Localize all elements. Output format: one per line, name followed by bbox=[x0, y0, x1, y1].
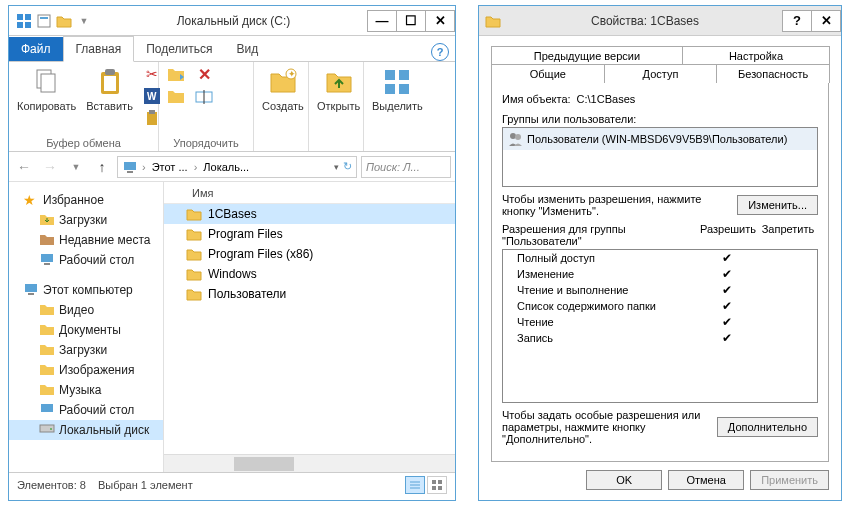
column-header-name[interactable]: Имя bbox=[164, 182, 455, 204]
delete-button[interactable]: ✕ bbox=[193, 64, 215, 84]
list-item[interactable]: Windows bbox=[164, 264, 455, 284]
breadcrumb[interactable]: › Этот ... › Локаль... ▾ ↻ bbox=[117, 156, 357, 178]
icons-view-button[interactable] bbox=[427, 476, 447, 494]
close-button[interactable]: ✕ bbox=[811, 10, 841, 32]
tab-security[interactable]: Безопасность bbox=[716, 64, 830, 83]
properties-dialog: Свойства: 1CBases ? ✕ Предыдущие версии … bbox=[478, 5, 842, 501]
apply-button[interactable]: Применить bbox=[750, 470, 829, 490]
details-view-button[interactable] bbox=[405, 476, 425, 494]
horizontal-scrollbar[interactable] bbox=[164, 454, 455, 472]
svg-text:✦: ✦ bbox=[288, 69, 296, 79]
svg-rect-23 bbox=[124, 162, 136, 170]
object-name-label: Имя объекта: bbox=[502, 93, 571, 105]
svg-rect-26 bbox=[44, 263, 50, 265]
advanced-hint: Чтобы задать особые разрешения или парам… bbox=[502, 409, 709, 445]
deny-header: Запретить bbox=[758, 223, 818, 247]
properties-icon[interactable] bbox=[35, 12, 53, 30]
tab-view[interactable]: Вид bbox=[224, 37, 270, 61]
nav-video[interactable]: Видео bbox=[9, 300, 163, 320]
list-item[interactable]: Program Files bbox=[164, 224, 455, 244]
help-icon[interactable]: ? bbox=[431, 43, 449, 61]
group-item[interactable]: Пользователи (WIN-MBSD6V9V5B9\Пользовате… bbox=[503, 128, 817, 150]
paste-button[interactable]: Вставить bbox=[84, 64, 135, 114]
checkmark-icon: ✔ bbox=[722, 283, 732, 297]
nav-recent[interactable]: Недавние места bbox=[9, 230, 163, 250]
checkmark-icon: ✔ bbox=[722, 315, 732, 329]
svg-rect-29 bbox=[41, 404, 53, 412]
rename-button[interactable] bbox=[193, 86, 215, 106]
svg-rect-3 bbox=[25, 22, 31, 28]
list-item[interactable]: Program Files (x86) bbox=[164, 244, 455, 264]
nav-desktop[interactable]: Рабочий стол bbox=[9, 250, 163, 270]
help-button[interactable]: ? bbox=[782, 10, 812, 32]
nav-music[interactable]: Музыка bbox=[9, 380, 163, 400]
chevron-down-icon[interactable]: ▼ bbox=[75, 12, 93, 30]
minimize-button[interactable]: — bbox=[367, 10, 397, 32]
nav-favorites[interactable]: ★ Избранное bbox=[9, 190, 163, 210]
desktop-icon bbox=[39, 402, 55, 418]
svg-rect-2 bbox=[17, 22, 23, 28]
edit-hint: Чтобы изменить разрешения, нажмите кнопк… bbox=[502, 193, 729, 217]
tab-sharing[interactable]: Доступ bbox=[604, 64, 718, 83]
back-button[interactable]: ← bbox=[13, 156, 35, 178]
refresh-icon[interactable]: ↻ bbox=[343, 160, 352, 173]
list-item[interactable]: 1CBases bbox=[164, 204, 455, 224]
search-input[interactable]: Поиск: Л... bbox=[361, 156, 451, 178]
tab-previous-versions[interactable]: Предыдущие версии bbox=[491, 46, 683, 65]
perm-row: Изменение✔ bbox=[503, 266, 817, 282]
copy-button[interactable]: Копировать bbox=[15, 64, 78, 114]
svg-point-40 bbox=[515, 134, 521, 140]
open-button[interactable]: Открыть bbox=[315, 64, 362, 114]
up-button[interactable]: ↑ bbox=[91, 156, 113, 178]
nav-this-pc[interactable]: Этот компьютер bbox=[9, 280, 163, 300]
close-button[interactable]: ✕ bbox=[425, 10, 455, 32]
history-dropdown[interactable]: ▼ bbox=[65, 156, 87, 178]
nav-localdisk[interactable]: Локальный диск bbox=[9, 420, 163, 440]
copy-to-button[interactable] bbox=[165, 86, 187, 106]
svg-rect-9 bbox=[104, 76, 116, 91]
tab-share[interactable]: Поделиться bbox=[134, 37, 224, 61]
copy-icon bbox=[31, 66, 63, 98]
forward-button[interactable]: → bbox=[39, 156, 61, 178]
svg-rect-35 bbox=[432, 480, 436, 484]
edit-button[interactable]: Изменить... bbox=[737, 195, 818, 215]
nav-downloads[interactable]: Загрузки bbox=[9, 210, 163, 230]
nav-desktop2[interactable]: Рабочий стол bbox=[9, 400, 163, 420]
svg-rect-20 bbox=[399, 70, 409, 80]
tab-home[interactable]: Главная bbox=[63, 36, 135, 62]
pc-icon bbox=[122, 160, 138, 174]
new-folder-icon: ✦ bbox=[267, 66, 299, 98]
cancel-button[interactable]: Отмена bbox=[668, 470, 744, 490]
checkmark-icon: ✔ bbox=[722, 251, 732, 265]
svg-rect-30 bbox=[40, 425, 54, 432]
advanced-button[interactable]: Дополнительно bbox=[717, 417, 818, 437]
file-list: Имя 1CBases Program Files Program Files … bbox=[164, 182, 455, 472]
tab-customize[interactable]: Настройка bbox=[682, 46, 830, 65]
move-to-button[interactable] bbox=[165, 64, 187, 84]
clipboard-icon bbox=[145, 110, 159, 126]
window-title: Локальный диск (C:) bbox=[99, 14, 368, 28]
ok-button[interactable]: OK bbox=[586, 470, 662, 490]
tab-file[interactable]: Файл bbox=[9, 37, 63, 61]
svg-rect-28 bbox=[28, 293, 34, 295]
nav-documents[interactable]: Документы bbox=[9, 320, 163, 340]
svg-rect-24 bbox=[127, 171, 133, 173]
select-button[interactable]: Выделить bbox=[370, 64, 425, 114]
delete-icon: ✕ bbox=[198, 65, 211, 84]
svg-point-39 bbox=[510, 133, 516, 139]
folder-icon[interactable] bbox=[55, 12, 73, 30]
new-folder-button[interactable]: ✦ Создать bbox=[260, 64, 306, 114]
maximize-button[interactable]: ☐ bbox=[396, 10, 426, 32]
tab-general[interactable]: Общие bbox=[491, 64, 605, 83]
svg-rect-21 bbox=[385, 84, 395, 94]
status-item-count: Элементов: 8 bbox=[17, 479, 86, 491]
list-item[interactable]: Пользователи bbox=[164, 284, 455, 304]
paste-icon bbox=[94, 66, 126, 98]
nav-pictures[interactable]: Изображения bbox=[9, 360, 163, 380]
dropdown-icon[interactable]: ▾ bbox=[334, 162, 339, 172]
groups-listbox[interactable]: Пользователи (WIN-MBSD6V9V5B9\Пользовате… bbox=[502, 127, 818, 187]
svg-rect-22 bbox=[399, 84, 409, 94]
clipboard-group-label: Буфер обмена bbox=[15, 135, 152, 149]
nav-downloads2[interactable]: Загрузки bbox=[9, 340, 163, 360]
object-name-value: C:\1CBases bbox=[577, 93, 636, 105]
